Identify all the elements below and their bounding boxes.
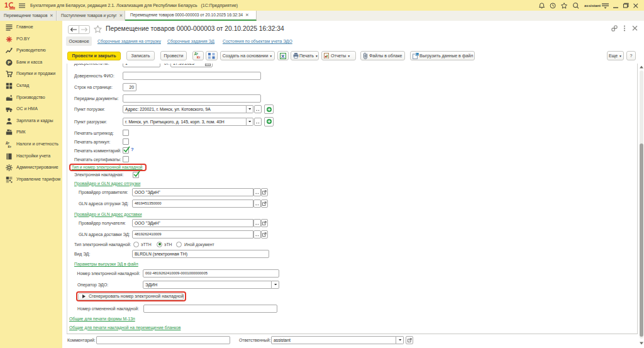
svg-text:1: 1 bbox=[4, 1, 8, 9]
svg-text:X: X bbox=[281, 53, 285, 59]
svg-text:Кт: Кт bbox=[8, 144, 12, 148]
svg-text:P: P bbox=[8, 60, 11, 65]
svg-text:assistant: assistant bbox=[584, 4, 601, 8]
